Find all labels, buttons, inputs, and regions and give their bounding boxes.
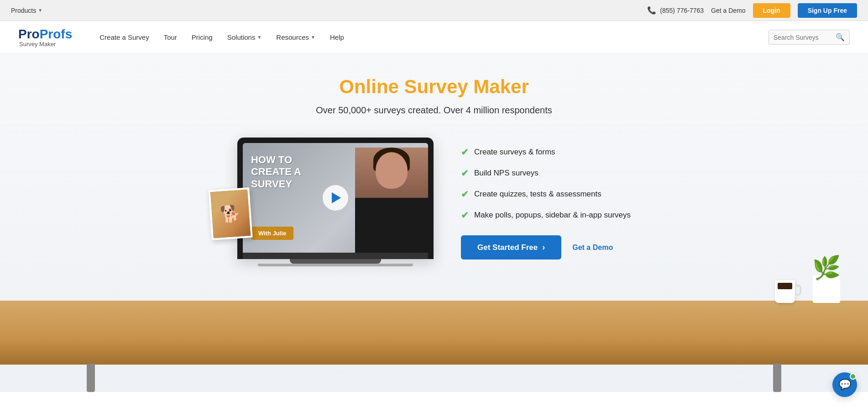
feature-label-2: Build NPS surveys — [474, 169, 539, 178]
search-icon: 🔍 — [836, 33, 845, 42]
mug-body — [775, 280, 795, 303]
laptop-foot — [258, 264, 413, 266]
chat-icon: 💬 — [839, 379, 851, 391]
photo-inner: 🐕 — [210, 189, 251, 238]
feature-item: ✔ Make polls, popups, sidebar & in-app s… — [461, 210, 631, 221]
phone-icon: 📞 — [647, 6, 656, 15]
products-label: Products — [11, 7, 36, 14]
hero-content: HOW TOCREATE ASURVEY With Julie 🐕 — [183, 138, 685, 266]
arrow-icon: › — [542, 243, 545, 252]
nav-resources[interactable]: Resources ▼ — [276, 33, 315, 41]
cta-row: Get Started Free › Get a Demo — [461, 235, 631, 260]
nav-resources-label: Resources — [276, 33, 309, 41]
mug-handle — [795, 285, 801, 296]
desk-leg-right — [773, 364, 781, 392]
laptop: HOW TOCREATE ASURVEY With Julie — [237, 138, 434, 259]
plant: 🌿 — [812, 256, 841, 303]
chat-bubble[interactable]: 💬 — [832, 372, 857, 392]
nav-solutions[interactable]: Solutions ▼ — [227, 33, 262, 41]
check-icon-4: ✔ — [461, 210, 469, 221]
with-julie-label: With Julie — [258, 230, 286, 237]
person-face — [376, 152, 408, 189]
logo-profs: Profs — [40, 27, 73, 42]
top-bar: Products ▼ 📞 (855) 776-7763 Get a Demo L… — [0, 0, 868, 21]
play-button[interactable] — [323, 185, 348, 211]
main-nav: ProProfs Survey Maker Create a Survey To… — [0, 21, 868, 54]
desk-surface — [0, 301, 868, 365]
feature-item: ✔ Create quizzes, tests & assessments — [461, 189, 631, 200]
login-button[interactable]: Login — [753, 3, 790, 18]
logo-subtitle: Survey Maker — [19, 41, 56, 48]
online-indicator — [850, 373, 856, 380]
desk-scene: 🌿 — [0, 291, 868, 392]
screen-text-box: HOW TOCREATE ASURVEY — [251, 154, 301, 190]
coffee-mug — [775, 280, 795, 303]
top-bar-left: Products ▼ — [11, 7, 42, 14]
nav-pricing[interactable]: Pricing — [192, 33, 213, 41]
products-dropdown-arrow: ▼ — [38, 8, 42, 13]
photo-frame: 🐕 — [208, 187, 252, 240]
phone-number: (855) 776-7763 — [660, 7, 704, 14]
logo-pro: Pro — [18, 27, 40, 42]
hero-title: Online Survey Maker — [9, 76, 859, 98]
get-started-button[interactable]: Get Started Free › — [461, 235, 561, 260]
check-icon-1: ✔ — [461, 147, 469, 158]
hero-subtitle: Over 50,000+ surveys created. Over 4 mil… — [9, 105, 859, 116]
nav-links: Create a Survey Tour Pricing Solutions ▼… — [99, 33, 769, 41]
features-list: ✔ Create surveys & forms ✔ Build NPS sur… — [461, 138, 631, 260]
laptop-wrap: HOW TOCREATE ASURVEY With Julie 🐕 — [237, 138, 434, 266]
nav-solutions-label: Solutions — [227, 33, 256, 41]
feature-label-3: Create quizzes, tests & assessments — [474, 190, 601, 199]
get-demo-button[interactable]: Get a Demo — [572, 244, 613, 252]
person-body — [355, 198, 428, 253]
hero-section: Online Survey Maker Over 50,000+ surveys… — [0, 54, 868, 392]
nav-tour[interactable]: Tour — [164, 33, 177, 41]
screen-how-to-text: HOW TOCREATE ASURVEY — [251, 154, 301, 190]
products-menu[interactable]: Products ▼ — [11, 7, 42, 14]
check-icon-2: ✔ — [461, 168, 469, 179]
logo-text: ProProfs — [18, 27, 72, 42]
top-bar-right: 📞 (855) 776-7763 Get a Demo Login Sign U… — [647, 3, 857, 18]
laptop-screen: HOW TOCREATE ASURVEY With Julie — [243, 143, 428, 253]
phone-info: 📞 (855) 776-7763 — [647, 6, 704, 15]
play-icon — [332, 192, 341, 203]
check-icon-3: ✔ — [461, 189, 469, 200]
search-input[interactable] — [774, 34, 833, 41]
plant-leaves: 🌿 — [812, 256, 841, 279]
desk-leg-left — [87, 364, 95, 392]
with-julie-badge: With Julie — [251, 227, 293, 240]
screen-person — [355, 148, 428, 253]
desk-legs — [87, 364, 781, 392]
feature-label-1: Create surveys & forms — [474, 148, 555, 157]
feature-label-4: Make polls, popups, sidebar & in-app sur… — [474, 211, 631, 220]
get-started-label: Get Started Free — [477, 243, 538, 252]
logo: ProProfs Survey Maker — [18, 27, 72, 48]
nav-help[interactable]: Help — [330, 33, 344, 41]
laptop-stand — [290, 259, 381, 264]
get-demo-link[interactable]: Get a Demo — [711, 7, 745, 14]
nav-create-survey[interactable]: Create a Survey — [99, 33, 149, 41]
resources-dropdown-arrow: ▼ — [311, 35, 315, 40]
search-box[interactable]: 🔍 — [769, 30, 850, 45]
solutions-dropdown-arrow: ▼ — [257, 35, 261, 40]
signup-button[interactable]: Sign Up Free — [798, 3, 857, 18]
feature-item: ✔ Build NPS surveys — [461, 168, 631, 179]
feature-item: ✔ Create surveys & forms — [461, 147, 631, 158]
mug-coffee — [778, 283, 792, 289]
laptop-base — [243, 253, 428, 259]
